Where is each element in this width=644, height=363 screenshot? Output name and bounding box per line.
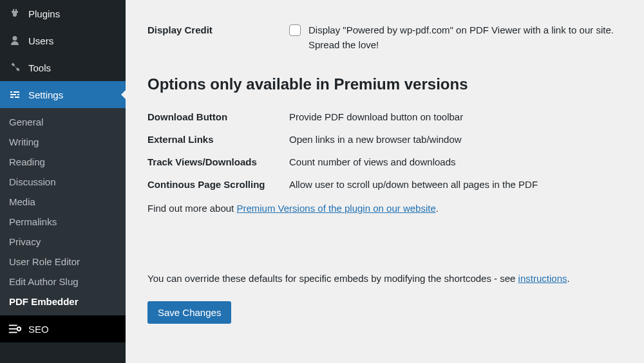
wrench-icon (8, 60, 22, 75)
premium-option-label: External Links (147, 134, 289, 145)
premium-section-heading: Options only available in Premium versio… (147, 75, 622, 93)
premium-option-row: Continous Page ScrollingAllow user to sc… (147, 179, 622, 190)
save-changes-button[interactable]: Save Changes (147, 301, 231, 324)
premium-option-desc: Provide PDF download button on toolbar (289, 111, 622, 122)
premium-option-desc: Open links in a new browser tab/window (289, 134, 622, 145)
submenu-item-user-role-editor[interactable]: User Role Editor (0, 252, 126, 272)
premium-find-out-more: Find out more about Premium Versions of … (147, 201, 622, 216)
sidebar-item-settings[interactable]: Settings (0, 81, 126, 108)
admin-sidebar: PluginsUsersToolsSettings GeneralWriting… (0, 0, 126, 363)
seo-icon (8, 322, 22, 336)
plug-icon (8, 6, 22, 21)
premium-option-row: External LinksOpen links in a new browse… (147, 134, 622, 145)
premium-option-label: Continous Page Scrolling (147, 179, 289, 190)
sidebar-item-label: Settings (28, 89, 63, 100)
settings-submenu: GeneralWritingReadingDiscussionMediaPerm… (0, 108, 126, 315)
premium-option-label: Track Views/Downloads (147, 156, 289, 167)
submenu-item-privacy[interactable]: Privacy (0, 232, 126, 252)
submenu-item-writing[interactable]: Writing (0, 132, 126, 152)
display-credit-description: Display "Powered by wp-pdf.com" on PDF V… (308, 23, 622, 52)
submenu-item-media[interactable]: Media (0, 192, 126, 212)
sidebar-item-label: Plugins (28, 8, 60, 19)
sliders-icon (8, 88, 22, 102)
submenu-item-edit-author-slug[interactable]: Edit Author Slug (0, 272, 126, 292)
premium-option-desc: Count number of views and downloads (289, 156, 622, 167)
submenu-item-discussion[interactable]: Discussion (0, 172, 126, 192)
user-icon (8, 33, 22, 48)
sidebar-item-label: Tools (28, 62, 51, 73)
display-credit-checkbox[interactable] (289, 24, 301, 36)
premium-option-row: Track Views/DownloadsCount number of vie… (147, 156, 622, 167)
sidebar-item-users[interactable]: Users (0, 27, 126, 54)
submenu-item-general[interactable]: General (0, 112, 126, 132)
display-credit-row: Display Credit Display "Powered by wp-pd… (147, 23, 622, 52)
sidebar-item-plugins[interactable]: Plugins (0, 0, 126, 27)
submenu-item-permalinks[interactable]: Permalinks (0, 212, 126, 232)
submenu-item-reading[interactable]: Reading (0, 152, 126, 172)
premium-option-row: Download ButtonProvide PDF download butt… (147, 111, 622, 122)
sidebar-item-label: SEO (28, 324, 49, 335)
settings-content: Display Credit Display "Powered by wp-pd… (126, 0, 644, 363)
sidebar-item-label: Users (28, 35, 53, 46)
submenu-item-pdf-embedder[interactable]: PDF Embedder (0, 292, 126, 312)
premium-option-label: Download Button (147, 111, 289, 122)
display-credit-label: Display Credit (147, 23, 289, 52)
svg-point-3 (17, 327, 21, 331)
premium-option-desc: Allow user to scroll up/down between all… (289, 179, 622, 190)
instructions-link[interactable]: instructions (518, 273, 567, 284)
sidebar-item-seo[interactable]: SEO (0, 315, 126, 342)
premium-versions-link[interactable]: Premium Versions of the plugin on our we… (236, 203, 435, 214)
override-note: You can override these defaults for spec… (147, 272, 622, 286)
sidebar-item-tools[interactable]: Tools (0, 54, 126, 81)
